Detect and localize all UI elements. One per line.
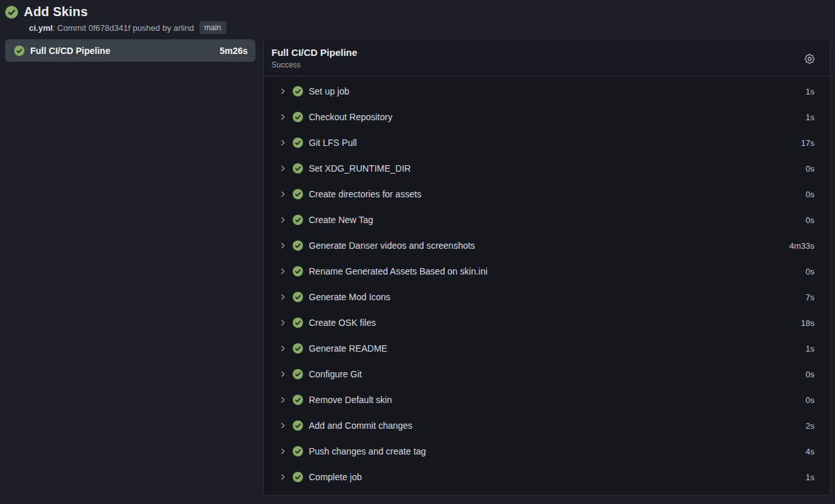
job-status-text: Success [271, 60, 801, 70]
chevron-right-icon[interactable] [279, 139, 287, 147]
step-success-icon [293, 446, 303, 456]
chevron-right-icon[interactable] [279, 190, 287, 198]
step-duration: 0s [805, 215, 814, 225]
chevron-right-icon[interactable] [279, 370, 287, 378]
chevron-right-icon[interactable] [279, 165, 287, 172]
step-duration: 0s [805, 190, 814, 199]
commit-text: : Commit 0f678d341f pushed by arlind [53, 23, 194, 33]
step-name: Generate README [309, 343, 805, 354]
step-row[interactable]: Push changes and create tag 4s [264, 438, 830, 464]
step-duration: 0s [805, 267, 814, 276]
step-name: Generate Danser videos and screenshots [309, 240, 789, 251]
job-settings-button[interactable] [801, 50, 818, 68]
job-item-name: Full CI/CD Pipeline [30, 46, 214, 56]
chevron-right-icon[interactable] [279, 267, 287, 275]
step-row[interactable]: Set XDG_RUNTIME_DIR 0s [264, 156, 830, 181]
step-success-icon [293, 343, 303, 354]
step-success-icon [293, 318, 303, 328]
job-success-icon [14, 46, 24, 56]
jobs-sidebar: Full CI/CD Pipeline 5m26s [5, 39, 255, 62]
step-name: Remove Default skin [309, 395, 805, 405]
chevron-right-icon[interactable] [279, 242, 287, 249]
step-row[interactable]: Complete job 1s [264, 464, 830, 490]
step-row[interactable]: Checkout Repository 1s [264, 104, 830, 130]
step-row[interactable]: Set up job 1s [264, 78, 830, 104]
step-duration: 17s [801, 138, 814, 148]
steps-list: Set up job 1s Checkout Repository 1s Git… [264, 76, 830, 495]
chevron-right-icon[interactable] [279, 396, 287, 404]
step-row[interactable]: Git LFS Pull 17s [264, 130, 830, 156]
run-header: Add Skins ci.yml: Commit 0f678d341f push… [0, 0, 835, 34]
step-success-icon [293, 112, 303, 122]
step-success-icon [293, 395, 303, 405]
run-title: Add Skins [24, 4, 88, 19]
chevron-right-icon[interactable] [279, 473, 287, 481]
step-name: Push changes and create tag [309, 446, 805, 456]
step-duration: 2s [805, 421, 814, 431]
chevron-right-icon[interactable] [279, 87, 287, 95]
run-title-row: Add Skins [5, 4, 830, 19]
step-row[interactable]: Configure Git 0s [264, 361, 830, 387]
step-name: Set up job [309, 86, 805, 96]
step-row[interactable]: Create New Tag 0s [264, 207, 830, 233]
step-name: Add and Commit changes [309, 420, 805, 431]
job-panel-header: Full CI/CD Pipeline Success [264, 39, 830, 76]
step-duration: 4s [805, 447, 814, 456]
step-duration: 18s [801, 318, 814, 328]
step-duration: 1s [805, 87, 814, 96]
step-name: Set XDG_RUNTIME_DIR [309, 163, 805, 174]
gear-icon [803, 53, 816, 65]
step-success-icon [293, 163, 303, 174]
step-duration: 7s [805, 292, 814, 302]
run-subtitle: ci.yml: Commit 0f678d341f pushed by arli… [29, 21, 830, 34]
step-row[interactable]: Generate Danser videos and screenshots 4… [264, 233, 830, 258]
step-name: Complete job [309, 472, 805, 482]
step-duration: 1s [805, 473, 814, 482]
chevron-right-icon[interactable] [279, 319, 287, 327]
run-success-icon [5, 6, 18, 19]
step-success-icon [293, 215, 303, 225]
step-success-icon [293, 369, 303, 379]
step-row[interactable]: Generate README 1s [264, 336, 830, 361]
step-name: Rename Generated Assets Based on skin.in… [309, 266, 805, 276]
chevron-right-icon[interactable] [279, 113, 287, 121]
branch-badge[interactable]: main [199, 21, 226, 34]
step-name: Git LFS Pull [309, 138, 801, 148]
step-row[interactable]: Create OSK files 18s [264, 310, 830, 336]
step-success-icon [293, 138, 303, 148]
step-name: Generate Mod Icons [309, 292, 805, 302]
step-success-icon [293, 420, 303, 431]
step-row[interactable]: Remove Default skin 0s [264, 387, 830, 413]
step-duration: 0s [805, 164, 814, 174]
actions-run-page: { "colors": { "page_bg": "#1c1f26", "pan… [0, 0, 835, 504]
step-name: Create New Tag [309, 215, 805, 225]
step-name: Checkout Repository [309, 112, 805, 122]
step-success-icon [293, 472, 303, 482]
step-duration: 0s [805, 370, 814, 379]
step-duration: 1s [805, 344, 814, 354]
workflow-file-name: ci.yml [29, 23, 53, 33]
chevron-right-icon[interactable] [279, 345, 287, 352]
chevron-right-icon[interactable] [279, 422, 287, 429]
step-success-icon [293, 292, 303, 302]
run-body: Full CI/CD Pipeline 5m26s Full CI/CD Pip… [0, 34, 835, 496]
job-panel: Full CI/CD Pipeline Success Set up job 1… [263, 39, 830, 496]
step-duration: 4m33s [789, 241, 814, 251]
step-row[interactable]: Create directories for assets 0s [264, 181, 830, 207]
job-item-duration: 5m26s [219, 46, 248, 56]
sidebar-job-item[interactable]: Full CI/CD Pipeline 5m26s [5, 39, 255, 62]
step-duration: 1s [805, 113, 814, 122]
step-row[interactable]: Generate Mod Icons 7s [264, 284, 830, 310]
step-success-icon [293, 189, 303, 199]
step-duration: 0s [805, 395, 814, 405]
step-name: Configure Git [309, 369, 805, 379]
job-panel-header-text: Full CI/CD Pipeline Success [271, 46, 801, 70]
chevron-right-icon[interactable] [279, 447, 287, 455]
step-success-icon [293, 240, 303, 251]
step-name: Create OSK files [309, 318, 801, 328]
chevron-right-icon[interactable] [279, 293, 287, 301]
step-row[interactable]: Rename Generated Assets Based on skin.in… [264, 258, 830, 284]
step-name: Create directories for assets [309, 189, 805, 199]
step-row[interactable]: Add and Commit changes 2s [264, 413, 830, 438]
chevron-right-icon[interactable] [279, 216, 287, 224]
